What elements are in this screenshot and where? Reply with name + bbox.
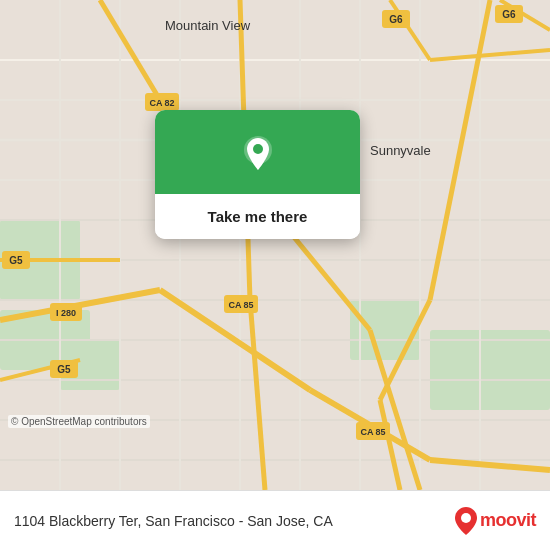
svg-text:CA 85: CA 85 [228, 300, 253, 310]
moovit-brand-text: moovit [480, 510, 536, 531]
moovit-logo: moovit [455, 507, 536, 535]
location-pin-icon [236, 132, 280, 176]
svg-text:I 280: I 280 [56, 308, 76, 318]
osm-credit: © OpenStreetMap contributors [8, 415, 150, 428]
svg-text:G6: G6 [389, 14, 403, 25]
popup-card: Take me there [155, 110, 360, 239]
map-container: Mountain View Sunnyvale G6 G6 CA 82 G5 G… [0, 0, 550, 490]
bottom-bar: 1104 Blackberry Ter, San Francisco - San… [0, 490, 550, 550]
take-me-there-button[interactable]: Take me there [155, 194, 360, 239]
svg-rect-4 [430, 330, 550, 410]
svg-text:CA 82: CA 82 [149, 98, 174, 108]
svg-text:Mountain View: Mountain View [165, 18, 251, 33]
svg-text:CA 85: CA 85 [360, 427, 385, 437]
svg-point-63 [461, 513, 471, 523]
svg-text:G5: G5 [57, 364, 71, 375]
moovit-pin-icon [455, 507, 477, 535]
svg-text:G5: G5 [9, 255, 23, 266]
svg-text:G6: G6 [502, 9, 516, 20]
svg-point-62 [253, 144, 263, 154]
svg-text:Sunnyvale: Sunnyvale [370, 143, 431, 158]
address-text: 1104 Blackberry Ter, San Francisco - San… [14, 513, 445, 529]
popup-green-section [155, 110, 360, 194]
